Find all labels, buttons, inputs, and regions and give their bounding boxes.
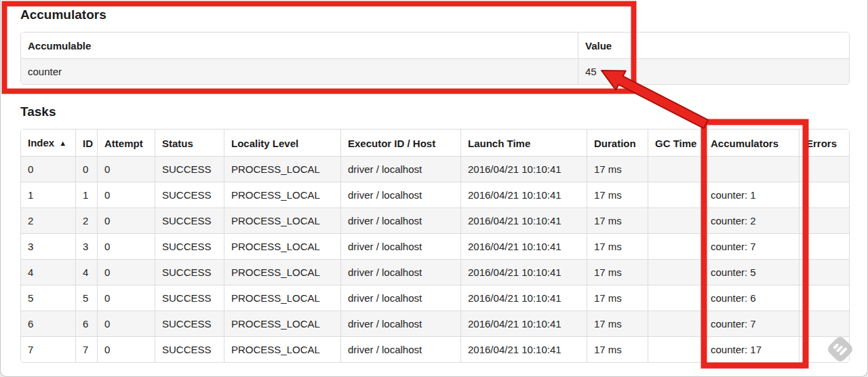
task-duration-cell: 17 ms (587, 208, 648, 234)
task-index-cell: 6 (21, 311, 76, 337)
accumulable-value-cell: 45 (578, 59, 850, 84)
task-id-cell: 2 (76, 208, 98, 234)
accumulator-row: counter 45 (21, 59, 850, 84)
accumulators-header-row: Accumulable Value (21, 33, 850, 59)
launch-time-column-header[interactable]: Launch Time (461, 130, 587, 157)
task-status-cell: SUCCESS (155, 337, 224, 362)
task-duration-cell: 17 ms (587, 234, 648, 260)
task-launch-time-cell: 2016/04/21 10:10:41 (461, 285, 587, 311)
value-column-header[interactable]: Value (578, 33, 850, 59)
task-id-cell: 6 (76, 311, 98, 337)
task-row: 4 4 0 SUCCESS PROCESS_LOCAL driver / loc… (21, 260, 850, 285)
task-duration-cell: 17 ms (587, 182, 648, 208)
task-errors-cell (800, 234, 850, 260)
task-accumulators-cell: counter: 7 (704, 234, 800, 260)
task-duration-cell: 17 ms (587, 260, 648, 285)
task-errors-cell (800, 285, 850, 311)
index-header-label: Index (28, 137, 54, 148)
accumulators-table: Accumulable Value counter 45 (20, 32, 850, 85)
task-attempt-cell: 0 (98, 182, 155, 208)
task-attempt-cell: 0 (98, 285, 155, 311)
task-row: 5 5 0 SUCCESS PROCESS_LOCAL driver / loc… (21, 285, 850, 311)
task-row: 1 1 0 SUCCESS PROCESS_LOCAL driver / loc… (21, 182, 850, 208)
task-index-cell: 2 (21, 208, 76, 234)
task-locality-cell: PROCESS_LOCAL (224, 337, 341, 362)
task-duration-cell: 17 ms (587, 311, 648, 337)
accumulators-heading: Accumulators (20, 7, 850, 23)
tasks-table: Index▲ ID Attempt Status Locality Level … (20, 129, 850, 363)
task-errors-cell (800, 157, 850, 182)
task-errors-cell (800, 182, 850, 208)
task-attempt-cell: 0 (98, 260, 155, 285)
task-executor-cell: driver / localhost (341, 182, 461, 208)
task-row: 6 6 0 SUCCESS PROCESS_LOCAL driver / loc… (21, 311, 850, 337)
task-accumulators-cell: counter: 6 (704, 285, 800, 311)
task-attempt-cell: 0 (98, 234, 155, 260)
task-status-cell: SUCCESS (155, 157, 224, 182)
executor-id-host-column-header[interactable]: Executor ID / Host (341, 130, 461, 157)
accumulators-column-header[interactable]: Accumulators (704, 130, 800, 157)
task-locality-cell: PROCESS_LOCAL (224, 285, 341, 311)
task-errors-cell (800, 208, 850, 234)
task-launch-time-cell: 2016/04/21 10:10:41 (461, 157, 587, 182)
task-accumulators-cell: counter: 1 (704, 182, 800, 208)
task-errors-cell (800, 337, 850, 362)
task-gc-time-cell (648, 208, 704, 234)
page-content: Accumulators Accumulable Value counter 4… (1, 0, 867, 363)
task-index-cell: 4 (21, 260, 76, 285)
task-launch-time-cell: 2016/04/21 10:10:41 (461, 337, 587, 362)
task-gc-time-cell (648, 182, 704, 208)
duration-column-header[interactable]: Duration (587, 130, 648, 157)
task-status-cell: SUCCESS (155, 234, 224, 260)
gc-time-column-header[interactable]: GC Time (648, 130, 704, 157)
task-locality-cell: PROCESS_LOCAL (224, 234, 341, 260)
spark-stage-page: Accumulators Accumulable Value counter 4… (0, 0, 868, 377)
task-gc-time-cell (648, 337, 704, 362)
status-column-header[interactable]: Status (155, 130, 224, 157)
sort-ascending-icon: ▲ (59, 139, 66, 147)
task-duration-cell: 17 ms (587, 285, 648, 311)
errors-column-header[interactable]: Errors (800, 130, 850, 157)
task-executor-cell: driver / localhost (341, 285, 461, 311)
attempt-column-header[interactable]: Attempt (98, 130, 155, 157)
task-accumulators-cell: counter: 17 (704, 337, 800, 362)
task-locality-cell: PROCESS_LOCAL (224, 311, 341, 337)
accumulable-column-header[interactable]: Accumulable (21, 33, 578, 59)
task-status-cell: SUCCESS (155, 285, 224, 311)
task-gc-time-cell (648, 311, 704, 337)
task-id-cell: 3 (76, 234, 98, 260)
task-id-cell: 4 (76, 260, 98, 285)
task-launch-time-cell: 2016/04/21 10:10:41 (461, 260, 587, 285)
task-gc-time-cell (648, 260, 704, 285)
task-locality-cell: PROCESS_LOCAL (224, 157, 341, 182)
task-launch-time-cell: 2016/04/21 10:10:41 (461, 182, 587, 208)
task-errors-cell (800, 260, 850, 285)
task-attempt-cell: 0 (98, 157, 155, 182)
task-accumulators-cell: counter: 5 (704, 260, 800, 285)
task-status-cell: SUCCESS (155, 208, 224, 234)
task-index-cell: 1 (21, 182, 76, 208)
task-errors-cell (800, 311, 850, 337)
task-accumulators-cell (704, 157, 800, 182)
task-id-cell: 0 (76, 157, 98, 182)
task-attempt-cell: 0 (98, 311, 155, 337)
task-attempt-cell: 0 (98, 208, 155, 234)
task-gc-time-cell (648, 157, 704, 182)
task-row: 2 2 0 SUCCESS PROCESS_LOCAL driver / loc… (21, 208, 850, 234)
task-index-cell: 3 (21, 234, 76, 260)
task-gc-time-cell (648, 285, 704, 311)
task-locality-cell: PROCESS_LOCAL (224, 260, 341, 285)
tasks-header-row: Index▲ ID Attempt Status Locality Level … (21, 130, 850, 157)
task-executor-cell: driver / localhost (341, 311, 461, 337)
task-status-cell: SUCCESS (155, 311, 224, 337)
id-column-header[interactable]: ID (76, 130, 98, 157)
task-index-cell: 5 (21, 285, 76, 311)
task-duration-cell: 17 ms (587, 157, 648, 182)
locality-level-column-header[interactable]: Locality Level (224, 130, 341, 157)
task-row: 0 0 0 SUCCESS PROCESS_LOCAL driver / loc… (21, 157, 850, 182)
task-id-cell: 5 (76, 285, 98, 311)
task-status-cell: SUCCESS (155, 182, 224, 208)
task-launch-time-cell: 2016/04/21 10:10:41 (461, 234, 587, 260)
accumulable-name-cell: counter (21, 59, 578, 84)
index-column-header[interactable]: Index▲ (21, 130, 76, 157)
